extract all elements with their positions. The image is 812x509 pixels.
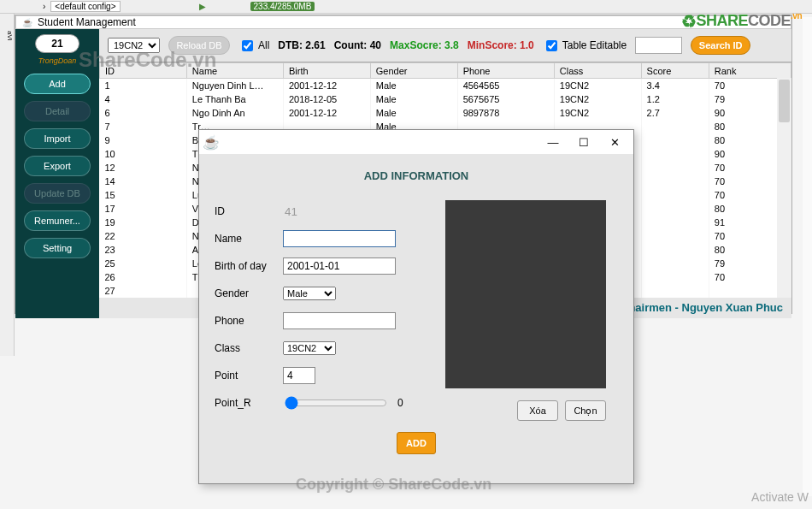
column-header[interactable]: Score: [641, 63, 709, 79]
ide-right-strip: [803, 17, 812, 496]
table-cell: 15: [100, 188, 187, 202]
pointr-end-label: 0: [397, 397, 403, 409]
point-field[interactable]: [283, 367, 315, 384]
table-cell: 9897878: [457, 106, 554, 120]
table-cell: [641, 243, 709, 257]
column-header[interactable]: Gender: [370, 63, 457, 79]
count-label: Count: 40: [334, 39, 381, 51]
table-cell: 22: [100, 229, 187, 243]
java-icon: ☕: [203, 134, 220, 151]
detail-button: Detail: [24, 101, 91, 121]
editable-checkbox-wrap[interactable]: Table Editable: [543, 38, 627, 54]
table-cell: 2018-12-05: [283, 92, 370, 106]
column-header[interactable]: Phone: [457, 63, 554, 79]
table-cell: 5675675: [457, 92, 554, 106]
sharecode-logo: ♻SHARECODE.vn: [681, 11, 802, 32]
activate-windows-text: Activate W: [751, 490, 809, 504]
table-cell: [641, 202, 709, 216]
dialog-titlebar: ☕ — ☐ ✕: [199, 130, 633, 154]
delete-button[interactable]: Xóa: [517, 400, 558, 421]
sidebar-number-pill: 21: [35, 34, 79, 53]
table-cell: 7: [100, 120, 187, 133]
add-submit-button[interactable]: ADD: [397, 432, 436, 454]
table-cell: [641, 175, 709, 188]
table-cell: 25: [100, 257, 187, 270]
table-cell: 1: [100, 79, 187, 92]
table-cell: 2.7: [641, 106, 709, 120]
table-cell: 12: [100, 161, 187, 175]
search-input[interactable]: [635, 37, 682, 54]
all-checkbox[interactable]: [242, 40, 253, 51]
column-header[interactable]: Rank: [709, 63, 791, 79]
close-button[interactable]: ✕: [599, 130, 630, 154]
table-cell: [641, 188, 709, 202]
add-information-dialog: ☕ — ☐ ✕ ADD INFORMATION ID Name Birth of…: [198, 129, 634, 484]
table-cell: 19: [100, 216, 187, 229]
point-label: Point: [215, 370, 283, 382]
table-cell: Male: [370, 92, 457, 106]
table-cell: 19CN2: [554, 106, 641, 120]
sidebar-user-label: TrongDoan: [38, 56, 76, 65]
scrollbar-vertical[interactable]: [777, 78, 791, 298]
birth-label: Birth of day: [215, 260, 283, 272]
phone-label: Phone: [215, 315, 283, 327]
table-cell: [641, 161, 709, 175]
id-label: ID: [215, 205, 283, 217]
all-checkbox-wrap[interactable]: All: [238, 38, 269, 54]
table-cell: [641, 147, 709, 161]
column-header[interactable]: ID: [100, 63, 187, 79]
choose-button[interactable]: Chọn: [565, 400, 606, 421]
column-header[interactable]: Birth: [283, 63, 370, 79]
table-cell: 17: [100, 202, 187, 216]
setting-button[interactable]: Setting: [24, 238, 91, 258]
table-row[interactable]: 6Ngo Dinh An2001-12-12Male989787819CN22.…: [100, 106, 791, 120]
add-button[interactable]: Add: [24, 74, 91, 94]
minscore-label: MinScore: 1.0: [468, 39, 534, 51]
search-id-button[interactable]: Search ID: [691, 36, 750, 55]
table-row[interactable]: 4Le Thanh Ba2018-12-05Male567567519CN21.…: [100, 92, 791, 106]
class-label: Class: [215, 342, 283, 354]
updatedb-button: Update DB: [24, 183, 91, 204]
table-row[interactable]: 1Nguyen Dinh L…2001-12-12Male456456519CN…: [100, 79, 791, 92]
table-cell: [641, 133, 709, 147]
column-header[interactable]: Name: [186, 63, 283, 79]
class-select[interactable]: 19CN2: [108, 38, 160, 53]
table-cell: 19CN2: [554, 79, 641, 92]
pointr-slider[interactable]: [285, 396, 387, 410]
remuner-button[interactable]: Remuner...: [24, 210, 91, 231]
scrollbar-thumb[interactable]: [779, 80, 790, 122]
window-title: Student Management: [38, 16, 136, 28]
export-button[interactable]: Export: [24, 156, 91, 176]
name-field[interactable]: [283, 230, 396, 247]
pointr-label: Point_R: [215, 397, 283, 409]
gender-select[interactable]: Male: [283, 287, 336, 300]
class-select-form[interactable]: 19CN2: [283, 341, 336, 355]
dialog-title: ADD INFORMATION: [215, 169, 618, 182]
table-cell: Le Thanh Ba: [186, 92, 283, 106]
name-label: Name: [215, 233, 283, 245]
table-cell: [641, 257, 709, 270]
toolbar: 19CN2 Reload DB All DTB: 2.61 Count: 40 …: [99, 29, 791, 62]
table-cell: 26: [100, 270, 187, 284]
editable-checkbox[interactable]: [546, 40, 557, 51]
table-cell: Ngo Dinh An: [186, 106, 283, 120]
gender-label: Gender: [215, 287, 283, 299]
column-header[interactable]: Class: [554, 63, 641, 79]
import-button[interactable]: Import: [24, 128, 91, 149]
birth-field[interactable]: [283, 257, 396, 275]
maximize-button[interactable]: ☐: [568, 130, 599, 154]
table-cell: 2001-12-12: [283, 106, 370, 120]
table-cell: 27: [100, 284, 187, 298]
table-cell: [641, 120, 709, 133]
table-cell: [641, 216, 709, 229]
phone-field[interactable]: [283, 312, 396, 329]
table-cell: [641, 284, 709, 298]
table-cell: 19CN2: [554, 92, 641, 106]
image-preview: [445, 200, 606, 388]
table-cell: Nguyen Dinh L…: [186, 79, 283, 92]
table-cell: 23: [100, 243, 187, 257]
table-cell: 2001-12-12: [283, 79, 370, 92]
minimize-button[interactable]: —: [538, 130, 568, 154]
reload-db-button[interactable]: Reload DB: [168, 36, 230, 55]
table-cell: Male: [370, 106, 457, 120]
